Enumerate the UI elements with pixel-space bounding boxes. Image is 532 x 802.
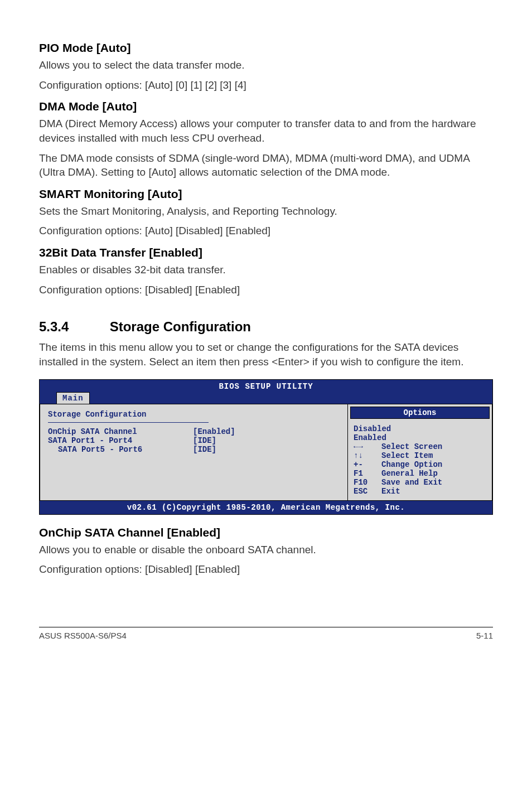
help-t2: Change Option — [381, 460, 442, 469]
bios-options-header: Options — [350, 407, 490, 419]
bios-left-pane: Storage Configuration OnChip SATA Channe… — [40, 404, 347, 501]
section-heading: 5.3.4 Storage Configuration — [39, 319, 493, 335]
help-k5: ESC — [354, 487, 381, 496]
help-k4: F10 — [354, 478, 381, 487]
text-pio-1: Allows you to select the data transfer m… — [39, 58, 493, 73]
heading-smart: SMART Monitoring [Auto] — [39, 187, 493, 201]
heading-dma: DMA Mode [Auto] — [39, 100, 493, 113]
text-dma-1: DMA (Direct Memory Access) allows your c… — [39, 117, 493, 145]
heading-pio: PIO Mode [Auto] — [39, 41, 493, 55]
bios-row-2[interactable]: SATA Port5 - Port6 [IDE] — [48, 445, 340, 454]
text-32bit-1: Enables or disables 32-bit data transfer… — [39, 263, 493, 277]
help-t0: Select Screen — [381, 442, 442, 451]
bios-row-1[interactable]: SATA Port1 - Port4 [IDE] — [48, 436, 340, 445]
text-onchip-1: Allows you to enable or disable the onbo… — [39, 543, 493, 557]
footer-left: ASUS RS500A-S6/PS4 — [39, 631, 127, 640]
bios-tab-main[interactable]: Main — [56, 392, 90, 404]
text-storage-intro: The items in this menu allow you to set … — [39, 340, 493, 369]
bios-title: BIOS SETUP UTILITY — [43, 382, 489, 391]
footer-right: 5-11 — [476, 631, 493, 640]
text-smart-1: Sets the Smart Monitoring, Analysis, and… — [39, 204, 493, 219]
help-t5: Exit — [381, 487, 400, 496]
bios-row-0-label: OnChip SATA Channel — [48, 427, 193, 436]
text-pio-2: Configuration options: [Auto] [0] [1] [2… — [39, 78, 493, 93]
help-t4: Save and Exit — [381, 478, 442, 487]
heading-32bit: 32Bit Data Transfer [Enabled] — [39, 246, 493, 259]
page-footer: ASUS RS500A-S6/PS4 5-11 — [39, 627, 493, 640]
help-t3: General Help — [381, 469, 438, 478]
text-dma-2: The DMA mode consists of SDMA (single-wo… — [39, 151, 493, 180]
bios-divider — [48, 422, 209, 423]
text-smart-2: Configuration options: [Auto] [Disabled]… — [39, 224, 493, 238]
bios-option-0[interactable]: Disabled — [354, 424, 486, 433]
help-k1: ↑↓ — [354, 451, 381, 460]
help-t1: Select Item — [381, 451, 433, 460]
bios-row-1-label: SATA Port1 - Port4 — [48, 436, 193, 445]
bios-row-0-value: [Enabled] — [193, 427, 235, 436]
bios-option-1[interactable]: Enabled — [354, 433, 486, 442]
help-k3: F1 — [354, 469, 381, 478]
bios-row-1-value: [IDE] — [193, 436, 216, 445]
help-k0: ←→ — [354, 442, 381, 451]
help-k2: +- — [354, 460, 381, 469]
bios-row-2-label: SATA Port5 - Port6 — [48, 445, 193, 454]
bios-footer: v02.61 (C)Copyright 1985-2010, American … — [40, 501, 492, 514]
text-32bit-2: Configuration options: [Disabled] [Enabl… — [39, 283, 493, 297]
bios-row-0[interactable]: OnChip SATA Channel [Enabled] — [48, 427, 340, 436]
bios-header: BIOS SETUP UTILITY Main — [40, 380, 492, 404]
bios-right-pane: Options Disabled Enabled ←→Select Screen… — [347, 404, 492, 501]
text-onchip-2: Configuration options: [Disabled] [Enabl… — [39, 562, 493, 577]
section-title: Storage Configuration — [110, 319, 251, 334]
section-number: 5.3.4 — [39, 319, 106, 335]
bios-row-2-value: [IDE] — [193, 445, 216, 454]
bios-help: ←→Select Screen ↑↓Select Item +-Change O… — [354, 442, 486, 496]
heading-onchip: OnChip SATA Channel [Enabled] — [39, 526, 493, 539]
bios-screen: BIOS SETUP UTILITY Main Storage Configur… — [39, 379, 493, 515]
bios-left-heading: Storage Configuration — [48, 410, 340, 419]
